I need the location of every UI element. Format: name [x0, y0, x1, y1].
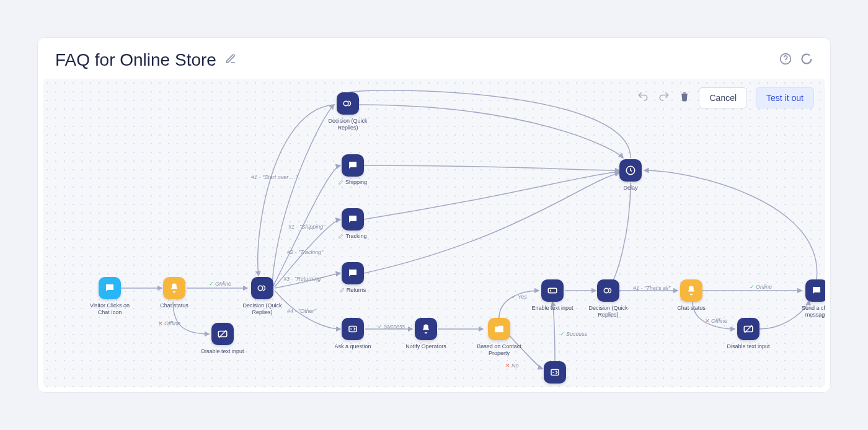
node-chatstatus-2[interactable]: Chat status [665, 279, 717, 312]
node-label: Ask a question [334, 343, 371, 350]
edge-label-yes: ✓Yes [512, 294, 527, 300]
header: FAQ for Online Store [38, 38, 830, 79]
node-tracking[interactable]: Tracking [327, 208, 379, 239]
node-label: Decision (Quick Replies) [236, 302, 288, 317]
help-icon[interactable] [779, 53, 792, 68]
node-label: Tracking [339, 233, 366, 239]
edge-label-offline: ✕Offline [158, 320, 180, 327]
edge-label-4: #4 - "Other" [287, 308, 316, 314]
sync-icon[interactable] [800, 53, 813, 68]
edge-label-startover: #1 - "Start over …" [251, 174, 298, 180]
redo-icon[interactable] [658, 90, 670, 105]
node-label: Notify Operators [405, 343, 446, 350]
node-ask-question-2[interactable]: Ask a question [529, 361, 581, 387]
flow-builder-panel: FAQ for Online Store Cancel [37, 37, 831, 393]
node-ask-question-1[interactable]: Ask a question [327, 318, 379, 350]
node-send-chat-message[interactable]: Send a chat message [790, 279, 825, 319]
node-label: Shipping [339, 179, 367, 185]
node-label: Disable text input [201, 348, 244, 355]
edge-label-3: #3 - "Returning" [283, 276, 322, 282]
svg-point-5 [258, 286, 263, 291]
node-label: Decision (Quick Replies) [322, 118, 374, 132]
node-label: Based on Contact Property [473, 343, 525, 358]
node-decision-top[interactable]: Decision (Quick Replies) [322, 92, 374, 132]
node-label: Visitor Clicks on Chat Icon [84, 302, 136, 317]
node-shipping[interactable]: Shipping [327, 154, 379, 185]
node-trigger[interactable]: Visitor Clicks on Chat Icon [84, 277, 136, 317]
node-label: Returns [340, 287, 366, 293]
undo-icon[interactable] [637, 90, 649, 105]
node-label: Decision (Quick Replies) [582, 305, 634, 319]
node-disable-text-2[interactable]: Disable text input [722, 318, 774, 350]
node-notify-operators[interactable]: Notify Operators [400, 318, 452, 350]
test-button[interactable]: Test it out [756, 87, 814, 108]
flow-canvas[interactable]: Cancel Test it out [43, 79, 825, 387]
edge-label-1: #1 - "Shipping" [288, 224, 325, 230]
edge-label-online: ✓Online [209, 281, 231, 287]
cancel-button[interactable]: Cancel [699, 87, 747, 108]
canvas-toolbar: Cancel Test it out [637, 87, 814, 108]
node-disable-text-1[interactable]: Disable text input [197, 323, 249, 355]
svg-point-6 [343, 101, 348, 106]
svg-rect-8 [548, 288, 557, 293]
edge-label-online2: ✓Online [750, 284, 772, 290]
edge-label-success2: ✓Success [560, 331, 587, 337]
node-label: Chat status [160, 302, 188, 309]
header-left: FAQ for Online Store [55, 50, 236, 70]
node-label: Send a chat message [790, 305, 825, 319]
node-label: Disable text input [727, 343, 769, 350]
edge-label-no: ✕No [505, 362, 519, 369]
node-decision-1[interactable]: Decision (Quick Replies) [236, 277, 288, 317]
trash-icon[interactable] [679, 91, 690, 105]
header-right [779, 53, 813, 68]
edit-title-icon[interactable] [225, 53, 236, 67]
node-label: Enable text input [531, 305, 573, 312]
node-chatstatus-1[interactable]: Chat status [148, 277, 200, 309]
node-delay[interactable]: Delay [604, 159, 657, 191]
node-contact-property[interactable]: Based on Contact Property [473, 318, 525, 358]
node-enable-text-input[interactable]: Enable text input [526, 279, 578, 312]
svg-point-11 [604, 288, 609, 293]
node-label: Delay [623, 185, 637, 191]
flow-title: FAQ for Online Store [55, 50, 216, 70]
edge-label-2: #2 - "Tracking" [287, 249, 323, 255]
node-label: Ask a question [536, 387, 573, 387]
svg-point-1 [786, 61, 786, 62]
node-decision-2[interactable]: Decision (Quick Replies) [582, 279, 634, 319]
node-label: Chat status [677, 305, 706, 312]
node-returns[interactable]: Returns [327, 262, 379, 293]
